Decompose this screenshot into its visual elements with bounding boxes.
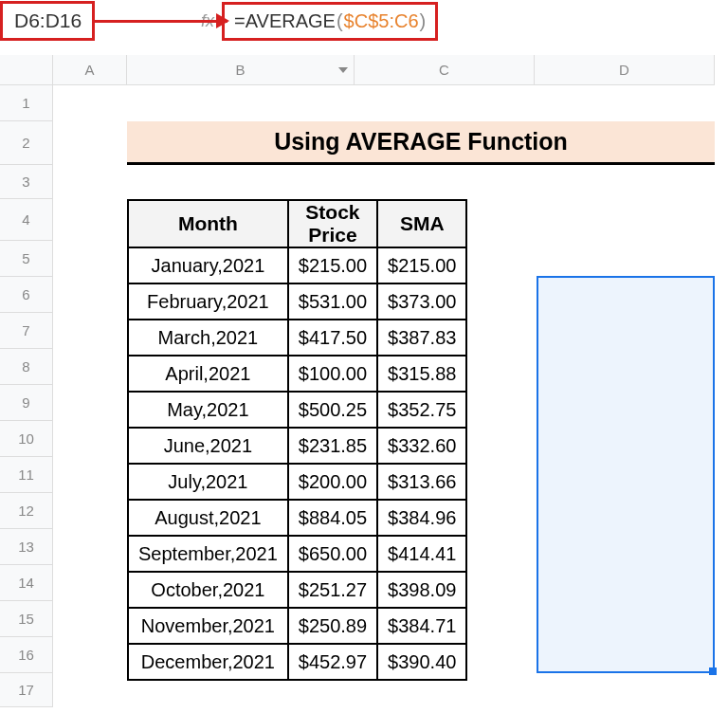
cell-price[interactable]: $417.50: [288, 320, 377, 356]
cell-sma[interactable]: $414.41: [377, 536, 466, 572]
table-row: July,2021 $200.00 $313.66: [128, 464, 466, 500]
cell-sma[interactable]: $398.09: [377, 572, 466, 608]
cell-month[interactable]: November,2021: [128, 608, 288, 644]
cell-month[interactable]: March,2021: [128, 320, 288, 356]
formula-prefix: =AVERAGE: [234, 10, 336, 32]
data-table: Month Stock Price SMA January,2021 $215.…: [127, 199, 467, 681]
row-header[interactable]: 16: [0, 637, 53, 673]
cell-sma[interactable]: $373.00: [377, 283, 466, 320]
cell-month[interactable]: August,2021: [128, 500, 288, 536]
table-row: January,2021 $215.00 $215.00: [128, 247, 466, 283]
cell-month[interactable]: June,2021: [128, 428, 288, 464]
sheet-body: 1 2 3 4 5 6 7 8 9 10 11 12 13 14 15 16 1…: [0, 85, 728, 707]
row-header[interactable]: 6: [0, 277, 53, 313]
header-sma[interactable]: SMA: [377, 200, 466, 247]
cell-month[interactable]: May,2021: [128, 392, 288, 428]
fill-handle[interactable]: [709, 667, 717, 675]
cell-price[interactable]: $452.97: [288, 644, 377, 680]
row-header[interactable]: 10: [0, 421, 53, 457]
col-header-a[interactable]: A: [53, 55, 127, 85]
cell-month[interactable]: September,2021: [128, 536, 288, 572]
row-header[interactable]: 5: [0, 241, 53, 277]
table-row: June,2021 $231.85 $332.60: [128, 428, 466, 464]
row-header[interactable]: 12: [0, 493, 53, 529]
row-header[interactable]: 13: [0, 529, 53, 565]
formula-open-paren: (: [337, 10, 343, 32]
column-headers: A B C D: [0, 55, 728, 85]
formula-close-paren: ): [420, 10, 427, 32]
col-header-c[interactable]: C: [355, 55, 535, 85]
selection-overlay: [537, 276, 715, 673]
cell-price[interactable]: $650.00: [288, 536, 377, 572]
table-row: December,2021 $452.97 $390.40: [128, 644, 466, 680]
table-row: February,2021 $531.00 $373.00: [128, 283, 466, 320]
table-row: May,2021 $500.25 $352.75: [128, 392, 466, 428]
header-month[interactable]: Month: [128, 200, 288, 247]
cell-sma[interactable]: $390.40: [377, 644, 466, 680]
cell-sma[interactable]: $315.88: [377, 356, 466, 392]
cell-month[interactable]: April,2021: [128, 356, 288, 392]
select-all-corner[interactable]: [0, 55, 53, 85]
cell-sma[interactable]: $352.75: [377, 392, 466, 428]
cell-price[interactable]: $100.00: [288, 356, 377, 392]
row-header[interactable]: 1: [0, 85, 53, 121]
table-row: November,2021 $250.89 $384.71: [128, 608, 466, 644]
table-row: September,2021 $650.00 $414.41: [128, 536, 466, 572]
filter-dropdown-icon[interactable]: [338, 67, 348, 73]
name-box[interactable]: D6:D16: [0, 1, 95, 41]
table-row: March,2021 $417.50 $387.83: [128, 320, 466, 356]
cell-sma[interactable]: $387.83: [377, 320, 466, 356]
top-bar: D6:D16 fx =AVERAGE ( $C$5:C6 ): [0, 0, 728, 42]
row-header[interactable]: 11: [0, 457, 53, 493]
formula-range: $C$5:C6: [344, 10, 419, 32]
callout-arrow: [95, 20, 228, 23]
row-header[interactable]: 4: [0, 199, 53, 241]
cell-price[interactable]: $251.27: [288, 572, 377, 608]
cell-price[interactable]: $500.25: [288, 392, 377, 428]
row-header[interactable]: 8: [0, 349, 53, 385]
row-header[interactable]: 9: [0, 385, 53, 421]
cell-price[interactable]: $215.00: [288, 247, 377, 283]
table-row: April,2021 $100.00 $315.88: [128, 356, 466, 392]
table-row: August,2021 $884.05 $384.96: [128, 500, 466, 536]
cell-sma[interactable]: $313.66: [377, 464, 466, 500]
cell-month[interactable]: October,2021: [128, 572, 288, 608]
row-header[interactable]: 2: [0, 121, 53, 165]
cell-price[interactable]: $884.05: [288, 500, 377, 536]
table-header-row: Month Stock Price SMA: [128, 200, 466, 247]
col-header-d[interactable]: D: [535, 55, 715, 85]
cell-price[interactable]: $531.00: [288, 283, 377, 320]
table-row: October,2021 $251.27 $398.09: [128, 572, 466, 608]
cell-sma[interactable]: $332.60: [377, 428, 466, 464]
arrow-head-icon: [216, 13, 229, 28]
row-header[interactable]: 14: [0, 565, 53, 601]
cell-month[interactable]: July,2021: [128, 464, 288, 500]
cell-sma[interactable]: $384.71: [377, 608, 466, 644]
cell-sma[interactable]: $384.96: [377, 500, 466, 536]
sheet-title[interactable]: Using AVERAGE Function: [127, 121, 715, 165]
cell-month[interactable]: January,2021: [128, 247, 288, 283]
header-price[interactable]: Stock Price: [288, 200, 377, 247]
row-header[interactable]: 3: [0, 165, 53, 199]
formula-bar[interactable]: =AVERAGE ( $C$5:C6 ): [222, 2, 438, 41]
row-headers: 1 2 3 4 5 6 7 8 9 10 11 12 13 14 15 16 1…: [0, 85, 53, 707]
cell-sma[interactable]: $215.00: [377, 247, 466, 283]
spreadsheet: A B C D 1 2 3 4 5 6 7 8 9 10 11 12 13 14…: [0, 55, 728, 707]
cell-price[interactable]: $231.85: [288, 428, 377, 464]
cell-month[interactable]: December,2021: [128, 644, 288, 680]
row-header[interactable]: 17: [0, 673, 53, 707]
row-header[interactable]: 7: [0, 313, 53, 349]
col-header-b-label: B: [235, 62, 245, 78]
row-header[interactable]: 15: [0, 601, 53, 637]
cell-price[interactable]: $200.00: [288, 464, 377, 500]
cell-month[interactable]: February,2021: [128, 283, 288, 320]
col-header-b[interactable]: B: [127, 55, 355, 85]
cell-price[interactable]: $250.89: [288, 608, 377, 644]
